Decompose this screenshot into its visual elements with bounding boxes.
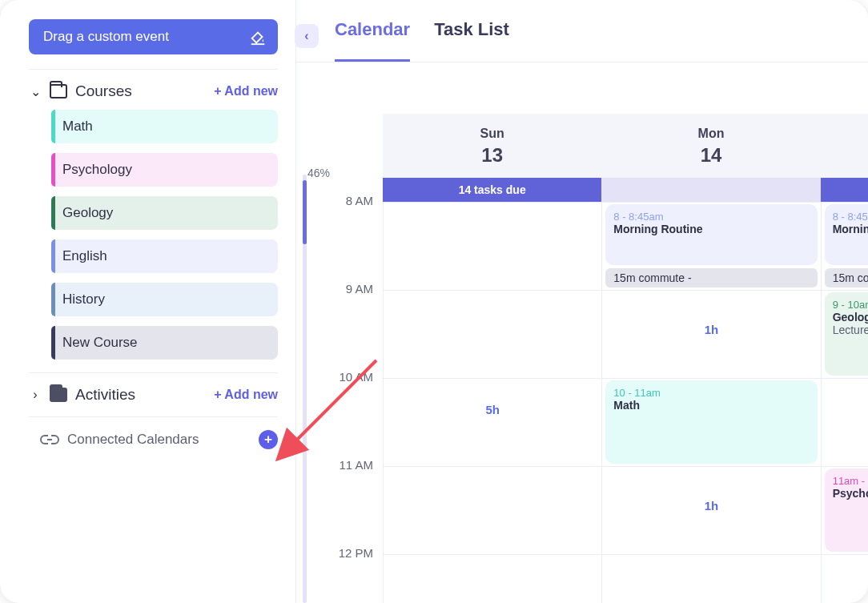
chevron-down-icon[interactable]: ⌄ xyxy=(29,84,42,99)
day-number: 15 xyxy=(821,144,868,167)
hour-label: 12 PM xyxy=(319,546,383,603)
link-icon xyxy=(40,434,58,445)
event-subtitle: Lecture xyxy=(833,324,868,336)
event-time: 10 - 11am xyxy=(613,387,809,399)
event-time: 8 - 8:45am xyxy=(613,211,809,223)
calendar-cell[interactable] xyxy=(821,554,868,603)
course-item-history[interactable]: History xyxy=(51,283,278,316)
calendar-cell[interactable]: 1h xyxy=(601,290,820,378)
tasks-due-sun[interactable]: 14 tasks due xyxy=(383,178,601,202)
event-geology[interactable]: 9 - 10am Geology Lecture xyxy=(825,292,868,376)
tabs: Calendar Task List xyxy=(296,0,868,62)
paint-bucket-icon xyxy=(249,28,267,46)
course-item-geology[interactable]: Geology xyxy=(51,196,278,230)
calendar-cell[interactable] xyxy=(601,554,820,603)
tab-task-list[interactable]: Task List xyxy=(434,19,509,62)
folder-outline-icon xyxy=(50,84,67,98)
hour-label: 8 AM xyxy=(319,194,383,282)
gap-label: 1h xyxy=(705,323,719,336)
day-number: 14 xyxy=(601,144,820,167)
event-time: 11am - 12pm xyxy=(833,475,868,487)
event-commute[interactable]: 15m commute - xyxy=(605,268,817,287)
main-panel: ‹ Calendar Task List 46% Sun 13 Mon 14 xyxy=(296,0,868,603)
course-item-psychology[interactable]: Psychology xyxy=(51,153,278,187)
event-morning-routine[interactable]: 8 - 8:45am Morning Routine xyxy=(825,204,868,265)
day-name: Mon xyxy=(601,127,820,141)
calendar-cell[interactable]: 9 - 10am Geology Lecture xyxy=(821,290,868,378)
event-title: 15m commute - xyxy=(833,271,868,284)
day-name: Tue xyxy=(821,127,868,141)
course-label: Psychology xyxy=(62,162,132,178)
day-name: Sun xyxy=(383,127,601,141)
course-label: English xyxy=(62,248,107,264)
calendar-cell[interactable]: 5h xyxy=(383,202,601,290)
event-title: Morning Routine xyxy=(613,223,809,235)
tasks-due-mon[interactable] xyxy=(601,178,820,202)
course-label: New Course xyxy=(62,335,138,351)
courses-section: ⌄ Courses + Add new Math Psychology Geol… xyxy=(0,70,295,372)
course-label: Geology xyxy=(62,205,113,221)
hour-label: 9 AM xyxy=(319,282,383,370)
event-title: Geology xyxy=(833,311,868,324)
scroll-percent: 46% xyxy=(307,167,330,179)
day-number: 13 xyxy=(383,144,601,167)
sidebar: Drag a custom event ⌄ Courses + Add new … xyxy=(0,0,296,603)
calendar-cell[interactable]: 8 - 8:45am Morning Routine 15m commute - xyxy=(821,202,868,290)
calendar-cell[interactable]: 1h xyxy=(821,378,868,466)
calendar-cell[interactable]: 8 - 8:45am Morning Routine 15m commute - xyxy=(601,202,820,290)
hour-label: 11 AM xyxy=(319,458,383,546)
activities-title: Activities xyxy=(75,386,206,404)
calendar-cell[interactable] xyxy=(383,378,601,466)
calendar-cell[interactable]: 11am - 12pm Psychology xyxy=(821,466,868,554)
calendar-cell[interactable] xyxy=(383,554,601,603)
calendar-cell[interactable]: 1h xyxy=(601,466,820,554)
calendar-grid: Sun 13 Mon 14 Tue 15 14 tasks due 2 task… xyxy=(319,62,868,603)
event-title: 15m commute - xyxy=(613,271,691,284)
add-activity-button[interactable]: + Add new xyxy=(214,388,278,402)
tab-calendar[interactable]: Calendar xyxy=(335,19,410,62)
event-morning-routine[interactable]: 8 - 8:45am Morning Routine xyxy=(605,204,817,265)
event-title: Morning Routine xyxy=(833,223,868,235)
chevron-right-icon[interactable]: › xyxy=(29,388,42,402)
day-column-sun[interactable]: Sun 13 xyxy=(383,114,601,178)
event-title: Math xyxy=(613,399,809,412)
drag-custom-event[interactable]: Drag a custom event xyxy=(29,19,278,54)
connected-calendars-title: Connected Calendars xyxy=(67,432,249,448)
course-label: History xyxy=(62,291,105,308)
course-item-math[interactable]: Math xyxy=(51,110,278,143)
course-item-english[interactable]: English xyxy=(51,239,278,273)
gap-label: 1h xyxy=(705,499,719,513)
calendar-cell[interactable] xyxy=(383,466,601,554)
folder-solid-icon xyxy=(50,388,67,402)
add-connected-calendar-button[interactable]: + xyxy=(259,430,278,449)
collapse-sidebar-button[interactable]: ‹ xyxy=(295,24,319,48)
event-psychology[interactable]: 11am - 12pm Psychology xyxy=(825,468,868,552)
drag-label: Drag a custom event xyxy=(43,29,169,45)
event-time: 9 - 10am xyxy=(833,299,868,311)
connected-calendars-row: Connected Calendars + xyxy=(0,417,295,462)
day-column-mon[interactable]: Mon 14 xyxy=(601,114,820,178)
event-time: 8 - 8:45am xyxy=(833,211,868,223)
course-item-new[interactable]: New Course xyxy=(51,326,278,360)
course-label: Math xyxy=(62,119,93,135)
calendar-cell[interactable] xyxy=(383,290,601,378)
event-math[interactable]: 10 - 11am Math xyxy=(605,380,817,464)
day-column-tue[interactable]: Tue 15 xyxy=(821,114,868,178)
hour-label: 10 AM xyxy=(319,370,383,458)
courses-title: Courses xyxy=(75,82,206,100)
activities-section: › Activities + Add new xyxy=(0,373,295,416)
event-title: Psychology xyxy=(833,487,868,500)
event-commute[interactable]: 15m commute - xyxy=(825,268,868,287)
tasks-due-tue[interactable]: 2 tasks due xyxy=(821,178,868,202)
calendar-cell[interactable]: 10 - 11am Math xyxy=(601,378,820,466)
add-course-button[interactable]: + Add new xyxy=(214,84,278,98)
scrollbar-thumb[interactable] xyxy=(303,180,307,244)
